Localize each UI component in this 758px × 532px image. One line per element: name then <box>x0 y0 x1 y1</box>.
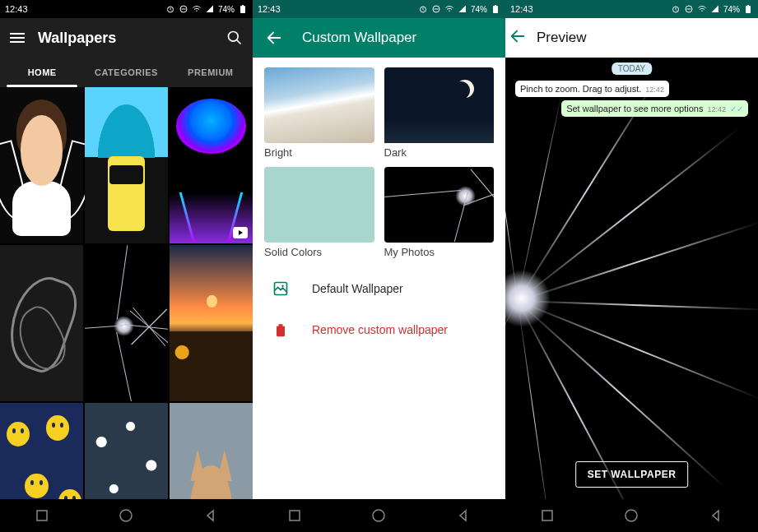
svg-point-6 <box>120 510 132 521</box>
svg-rect-19 <box>542 511 552 520</box>
signal-icon <box>710 4 720 14</box>
status-bar: 12:43 74% <box>0 0 253 18</box>
screen-preview: 12:43 74% Preview <box>505 0 758 532</box>
nav-back-button[interactable] <box>700 506 732 525</box>
photos-preview <box>384 167 495 243</box>
nav-home-button[interactable] <box>109 506 142 525</box>
wallpaper-thumb[interactable] <box>0 403 83 499</box>
svg-rect-5 <box>37 511 47 520</box>
svg-point-12 <box>281 285 284 287</box>
back-button[interactable] <box>256 20 292 56</box>
wallpaper-grid <box>0 87 253 499</box>
svg-point-14 <box>373 510 384 521</box>
app-bar: Custom Wallpaper <box>253 18 505 58</box>
svg-rect-2 <box>240 6 245 13</box>
message-text: Set wallpaper to see more options <box>566 104 703 113</box>
arrow-left-icon <box>265 29 283 47</box>
wallpaper-thumb[interactable] <box>0 87 83 243</box>
svg-rect-13 <box>290 511 300 520</box>
set-wallpaper-button[interactable]: SET WALLPAPER <box>575 461 689 488</box>
svg-rect-9 <box>493 6 498 13</box>
status-bar: 12:43 74% <box>505 0 758 18</box>
svg-rect-18 <box>747 5 749 7</box>
wifi-icon <box>192 4 202 14</box>
battery-percent: 74% <box>471 5 487 14</box>
status-time: 12:43 <box>5 4 28 14</box>
wallpaper-thumb[interactable] <box>170 403 253 499</box>
search-icon[interactable] <box>226 30 243 46</box>
option-bright[interactable]: Bright <box>264 67 374 159</box>
alarm-icon <box>165 4 175 14</box>
screen-title: Custom Wallpaper <box>302 30 416 46</box>
svg-point-4 <box>229 32 239 42</box>
dnd-icon <box>684 4 694 14</box>
screen-custom-wallpaper: 12:43 74% Custom Wallpaper Bright Dark S… <box>253 0 505 532</box>
nav-home-button[interactable] <box>615 506 648 525</box>
nav-bar <box>0 499 253 532</box>
alarm-icon <box>418 4 428 14</box>
status-icons: 74% <box>165 4 248 14</box>
nav-bar <box>253 499 505 532</box>
option-solid-colors[interactable]: Solid Colors <box>264 167 374 258</box>
status-time: 12:43 <box>510 4 533 14</box>
dark-preview <box>384 67 495 143</box>
wallpaper-thumb[interactable] <box>85 87 168 243</box>
wallpaper-thumb[interactable] <box>170 245 253 401</box>
bright-preview <box>264 67 374 143</box>
remove-wallpaper-row[interactable]: Remove custom wallpaper <box>253 309 505 350</box>
option-label: Bright <box>264 146 374 159</box>
svg-rect-17 <box>746 6 751 13</box>
signal-icon <box>458 4 467 14</box>
nav-recent-button[interactable] <box>278 506 311 525</box>
default-wallpaper-row[interactable]: Default Wallpaper <box>253 268 505 309</box>
wallpaper-source-grid: Bright Dark Solid Colors My Photos <box>253 58 505 268</box>
option-label: Solid Colors <box>264 246 374 258</box>
nav-recent-button[interactable] <box>26 506 58 525</box>
tab-categories[interactable]: CATEGORIES <box>84 58 168 87</box>
screen-title: Preview <box>537 30 586 46</box>
battery-icon <box>491 4 500 14</box>
wifi-icon <box>697 4 707 14</box>
option-my-photos[interactable]: My Photos <box>384 167 495 258</box>
menu-button[interactable] <box>10 30 25 45</box>
battery-percent: 74% <box>723 5 740 14</box>
status-bar: 12:43 74% <box>253 0 505 18</box>
nav-back-button[interactable] <box>447 506 480 525</box>
wallpaper-icon <box>272 280 289 297</box>
date-pill: TODAY <box>612 62 653 75</box>
status-icons: 74% <box>671 4 753 14</box>
wallpaper-preview-area[interactable]: TODAY Pinch to zoom. Drag to adjust. 12:… <box>505 58 758 499</box>
message-text: Pinch to zoom. Drag to adjust. <box>520 84 641 94</box>
chat-bubble-incoming: Pinch to zoom. Drag to adjust. 12:42 <box>515 81 669 97</box>
tab-premium[interactable]: PREMIUM <box>169 58 253 87</box>
dnd-icon <box>179 4 188 14</box>
nav-recent-button[interactable] <box>531 506 564 525</box>
screen-wallpapers-app: 12:43 74% Wallpapers HOME CATEGORIES PRE… <box>0 0 253 532</box>
tab-bar: HOME CATEGORIES PREMIUM <box>0 58 253 87</box>
message-time: 12:42 <box>707 105 726 113</box>
wifi-icon <box>444 4 454 14</box>
svg-rect-3 <box>242 5 244 7</box>
option-label: Dark <box>384 146 495 159</box>
read-ticks-icon: ✓✓ <box>730 105 743 113</box>
video-badge-icon <box>233 227 248 238</box>
tab-home[interactable]: HOME <box>0 58 84 87</box>
svg-rect-10 <box>495 5 496 7</box>
wallpaper-thumb[interactable] <box>85 403 168 499</box>
arrow-left-icon <box>509 27 527 45</box>
status-time: 12:43 <box>258 4 281 14</box>
nav-home-button[interactable] <box>362 506 395 525</box>
option-dark[interactable]: Dark <box>384 67 495 159</box>
signal-icon <box>205 4 215 14</box>
option-label: My Photos <box>384 246 495 258</box>
app-bar: Wallpapers <box>0 18 253 58</box>
wallpaper-thumb[interactable] <box>170 87 253 243</box>
wallpaper-thumb[interactable] <box>0 245 83 401</box>
back-button[interactable] <box>509 27 527 49</box>
dnd-icon <box>431 4 441 14</box>
solid-preview <box>264 167 374 243</box>
nav-back-button[interactable] <box>194 506 227 525</box>
svg-point-20 <box>625 510 637 521</box>
battery-icon <box>743 4 753 14</box>
wallpaper-thumb[interactable] <box>85 245 168 401</box>
